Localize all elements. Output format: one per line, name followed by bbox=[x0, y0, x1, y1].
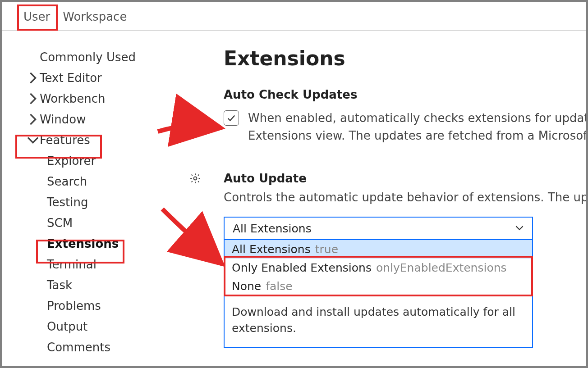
chevron-right-icon bbox=[26, 92, 40, 105]
tree-item-workbench[interactable]: Workbench bbox=[17, 88, 188, 109]
tree-item-extensions[interactable]: Extensions bbox=[17, 233, 188, 254]
section-title: Extensions bbox=[224, 47, 586, 70]
gear-icon[interactable] bbox=[189, 173, 204, 187]
option-description: Download and install updates automatical… bbox=[225, 296, 532, 347]
setting-title: Auto Check Updates bbox=[224, 88, 586, 101]
option-label: All Extensions bbox=[232, 243, 311, 256]
tree-label: Output bbox=[47, 320, 87, 333]
tree-item-explorer[interactable]: Explorer bbox=[17, 150, 188, 171]
setting-auto-update: Auto Update Controls the automatic updat… bbox=[196, 172, 586, 348]
auto-update-dropdown: All Extensions All Extensions true Only … bbox=[224, 217, 533, 348]
tree-item-window[interactable]: Window bbox=[17, 109, 188, 130]
tree-label: Window bbox=[40, 113, 86, 126]
dropdown-list: All Extensions true Only Enabled Extensi… bbox=[224, 240, 533, 348]
chevron-down-icon bbox=[515, 222, 524, 235]
setting-description: Controls the automatic update behavior o… bbox=[224, 191, 586, 204]
select-value: All Extensions bbox=[233, 222, 312, 235]
svg-point-0 bbox=[194, 177, 197, 180]
tree-item-features[interactable]: Features bbox=[17, 130, 188, 150]
option-value: true bbox=[315, 243, 338, 256]
option-label: None bbox=[232, 280, 261, 293]
settings-tree: Commonly Used Text Editor Workbench Wind… bbox=[17, 47, 188, 358]
tree-item-comments[interactable]: Comments bbox=[17, 337, 188, 358]
settings-scope-tabs: User Workspace bbox=[2, 2, 586, 31]
tree-item-scm[interactable]: SCM bbox=[17, 213, 188, 233]
tree-item-terminal[interactable]: Terminal bbox=[17, 254, 188, 275]
option-all-extensions[interactable]: All Extensions true bbox=[225, 240, 532, 259]
chevron-right-icon bbox=[26, 71, 40, 85]
option-none[interactable]: None false bbox=[225, 277, 532, 295]
select-auto-update[interactable]: All Extensions bbox=[224, 217, 533, 240]
option-value: onlyEnabledExtensions bbox=[376, 261, 507, 274]
option-only-enabled-extensions[interactable]: Only Enabled Extensions onlyEnabledExten… bbox=[225, 259, 532, 277]
tree-item-search[interactable]: Search bbox=[17, 171, 188, 192]
setting-description: When enabled, automatically checks exten… bbox=[248, 109, 586, 145]
tree-label: Commonly Used bbox=[40, 50, 136, 64]
tree-label: Problems bbox=[47, 299, 101, 313]
tree-item-testing[interactable]: Testing bbox=[17, 192, 188, 213]
tree-label: Testing bbox=[47, 195, 88, 209]
tree-label: Comments bbox=[47, 341, 110, 354]
tree-label: Workbench bbox=[40, 92, 106, 105]
tree-item-commonly-used[interactable]: Commonly Used bbox=[17, 47, 188, 68]
check-icon bbox=[226, 113, 236, 123]
option-value: false bbox=[266, 280, 292, 293]
chevron-right-icon bbox=[26, 113, 40, 126]
tree-label: Search bbox=[47, 175, 87, 188]
tab-user[interactable]: User bbox=[17, 7, 56, 30]
tree-label: Extensions bbox=[47, 237, 119, 250]
setting-title: Auto Update bbox=[224, 172, 586, 185]
tab-workspace[interactable]: Workspace bbox=[56, 7, 133, 30]
settings-content: Extensions Auto Check Updates When enabl… bbox=[196, 47, 586, 366]
option-label: Only Enabled Extensions bbox=[232, 261, 372, 274]
chevron-down-icon bbox=[26, 133, 40, 147]
tree-item-text-editor[interactable]: Text Editor bbox=[17, 68, 188, 88]
tree-label: Text Editor bbox=[40, 71, 102, 85]
tree-item-task[interactable]: Task bbox=[17, 275, 188, 295]
tree-label: Explorer bbox=[47, 154, 96, 168]
setting-auto-check-updates: Auto Check Updates When enabled, automat… bbox=[196, 88, 586, 145]
tree-label: Features bbox=[40, 133, 90, 147]
tree-item-output[interactable]: Output bbox=[17, 316, 188, 337]
tree-label: Terminal bbox=[47, 258, 96, 271]
tree-item-problems[interactable]: Problems bbox=[17, 295, 188, 316]
tree-label: Task bbox=[47, 278, 72, 292]
checkbox-auto-check-updates[interactable] bbox=[224, 110, 239, 126]
tree-label: SCM bbox=[47, 216, 73, 230]
